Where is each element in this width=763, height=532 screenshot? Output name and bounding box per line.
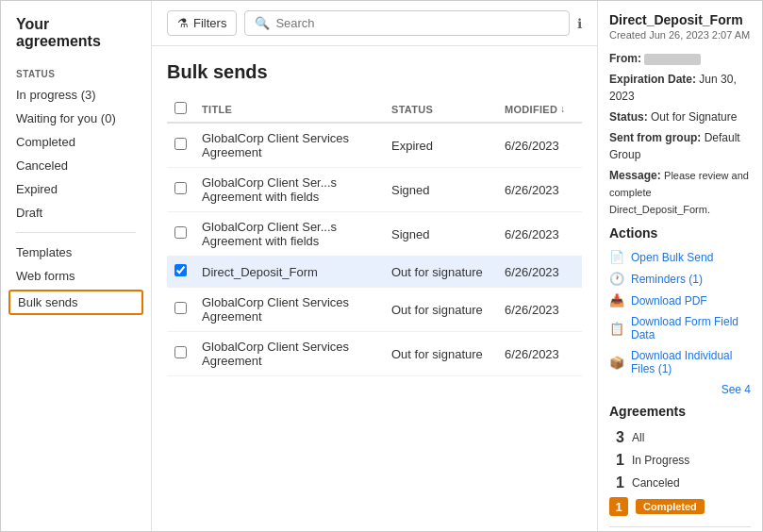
sidebar-item-completed[interactable]: Completed [1, 130, 151, 154]
table-header-row: TITLE STATUS MODIFIED ↓ [167, 96, 582, 123]
agreement-stats: 3 All 1 In Progress 1 Canceled 1 Complet… [609, 426, 751, 519]
see-all-link[interactable]: See 4 [609, 383, 751, 396]
sidebar-item-templates[interactable]: Templates [1, 241, 151, 264]
th-title: TITLE [194, 96, 384, 123]
row-modified: 6/26/2023 [497, 168, 582, 212]
download-form-field-data-label: Download Form Field Data [631, 315, 751, 341]
section-title: Bulk sends [167, 61, 582, 83]
row-checkbox-cell [167, 332, 194, 376]
row-checkbox[interactable] [174, 182, 187, 194]
search-icon: 🔍 [255, 16, 270, 30]
stat-label: All [632, 431, 644, 444]
agreement-stat-row: 1 In Progress [609, 449, 751, 472]
select-all-checkbox[interactable] [174, 102, 187, 114]
row-status: Signed [384, 168, 497, 212]
sidebar-item-draft[interactable]: Draft [1, 201, 151, 224]
row-title: GlobalCorp Client Services Agreement [194, 288, 384, 332]
panel-from-field: From: [609, 50, 751, 67]
panel-sent-from-group-field: Sent from group: Default Group [609, 129, 751, 163]
agreement-stat-row: 3 All [609, 426, 751, 449]
th-status: STATUS [384, 96, 497, 123]
sidebar-item-waiting-for-you[interactable]: Waiting for you (0) [1, 107, 151, 130]
panel-from-value [644, 54, 701, 65]
sidebar-item-web-forms[interactable]: Web forms [1, 264, 151, 288]
download-pdf-label: Download PDF [631, 294, 707, 308]
row-checkbox[interactable] [174, 226, 187, 239]
table-row[interactable]: GlobalCorp Client Services Agreement Out… [167, 332, 582, 376]
panel-created: Created Jun 26, 2023 2:07 AM [609, 29, 751, 41]
filter-button[interactable]: ⚗ Filters [167, 10, 237, 36]
stat-number-badge: 1 [609, 497, 628, 516]
agreements-title: Agreements [609, 404, 751, 419]
table-row[interactable]: GlobalCorp Client Ser...s Agreement with… [167, 168, 582, 212]
panel-expiration-label: Expiration Date: [609, 73, 696, 86]
row-checkbox-cell [167, 212, 194, 257]
action-item-reminders[interactable]: 🕐 Reminders (1) [609, 268, 751, 290]
table-row[interactable]: GlobalCorp Client Services Agreement Exp… [167, 123, 582, 168]
action-item-download-pdf[interactable]: 📥 Download PDF [609, 290, 751, 311]
sidebar-item-canceled[interactable]: Canceled [1, 154, 151, 177]
right-panel: Direct_Deposit_Form Created Jun 26, 2023… [597, 1, 762, 531]
table-row[interactable]: GlobalCorp Client Services Agreement Out… [167, 288, 582, 332]
action-item-open-bulk-send[interactable]: 📄 Open Bulk Send [609, 246, 751, 268]
action-item-download-form-field-data[interactable]: 📋 Download Form Field Data [609, 311, 751, 345]
row-checkbox-cell [167, 123, 194, 168]
row-checkbox[interactable] [174, 264, 187, 276]
row-modified: 6/26/2023 [497, 257, 582, 288]
row-checkbox[interactable] [174, 302, 187, 314]
content-area: Bulk sends TITLE STATUS MODIFIED ↓ [152, 46, 597, 531]
activity-row[interactable]: › Activity [609, 526, 751, 531]
table-row[interactable]: Direct_Deposit_Form Out for signature 6/… [167, 257, 582, 288]
sidebar-item-in-progress[interactable]: In progress (3) [1, 83, 151, 107]
row-title: Direct_Deposit_Form [194, 257, 384, 288]
top-bar: ⚗ Filters 🔍 ℹ [152, 1, 597, 46]
table-row[interactable]: GlobalCorp Client Ser...s Agreement with… [167, 212, 582, 257]
agreements-table: TITLE STATUS MODIFIED ↓ GlobalCorp Clien… [167, 96, 582, 376]
main-content: ⚗ Filters 🔍 ℹ Bulk sends TITLE S [152, 1, 597, 531]
row-checkbox[interactable] [174, 138, 187, 150]
search-box: 🔍 [244, 10, 570, 36]
panel-status-label: Status: [609, 110, 648, 124]
panel-expiration-field: Expiration Date: Jun 30, 2023 [609, 71, 751, 105]
row-status: Out for signature [384, 332, 497, 376]
row-status: Out for signature [384, 257, 497, 288]
search-input[interactable] [275, 16, 559, 30]
panel-message-field: Message: Please review and complete Dire… [609, 167, 751, 218]
agreement-stat-row: 1 Canceled [609, 472, 751, 494]
row-checkbox-cell [167, 288, 194, 332]
stat-label-badge: Completed [636, 499, 705, 514]
info-icon[interactable]: ℹ [577, 16, 582, 31]
row-modified: 6/26/2023 [497, 288, 582, 332]
sidebar-item-bulk-sends[interactable]: Bulk sends [8, 290, 143, 315]
th-modified: MODIFIED ↓ [497, 96, 582, 123]
open-bulk-send-label: Open Bulk Send [631, 251, 713, 264]
row-checkbox-cell [167, 168, 194, 212]
th-checkbox [167, 96, 194, 123]
status-section-label: STATUS [1, 61, 151, 83]
sidebar-item-expired[interactable]: Expired [1, 177, 151, 201]
row-title: GlobalCorp Client Services Agreement [194, 332, 384, 376]
filter-icon: ⚗ [177, 16, 189, 30]
row-title: GlobalCorp Client Services Agreement [194, 123, 384, 168]
row-checkbox[interactable] [174, 346, 187, 358]
action-item-download-individual-files[interactable]: 📦 Download Individual Files (1) [609, 345, 751, 379]
panel-status-value: Out for Signature [651, 110, 737, 124]
panel-message-label: Message: [609, 169, 661, 182]
actions-list: 📄 Open Bulk Send 🕐 Reminders (1) 📥 Downl… [609, 246, 751, 379]
sort-icon: ↓ [560, 104, 565, 114]
download-form-field-data-icon: 📋 [609, 322, 624, 336]
stat-number: 3 [609, 429, 624, 446]
download-pdf-icon: 📥 [609, 293, 624, 308]
filter-label: Filters [193, 16, 226, 30]
open-bulk-send-icon: 📄 [609, 250, 624, 264]
panel-title: Direct_Deposit_Form [609, 12, 751, 27]
reminders-label: Reminders (1) [631, 273, 703, 286]
row-modified: 6/26/2023 [497, 123, 582, 168]
app-title: Your agreements [1, 16, 151, 61]
stat-number: 1 [609, 452, 624, 469]
row-title: GlobalCorp Client Ser...s Agreement with… [194, 212, 384, 257]
actions-title: Actions [609, 225, 751, 241]
stat-number: 1 [609, 474, 624, 491]
row-checkbox-cell [167, 257, 194, 288]
download-individual-files-icon: 📦 [609, 356, 624, 370]
